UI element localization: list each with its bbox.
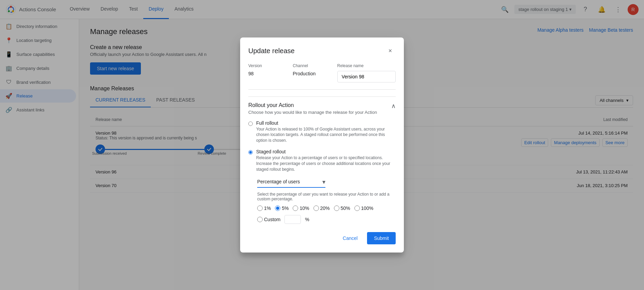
rollout-section-header: Rollout your Action Choose how you would… xyxy=(248,102,396,120)
rollout-section-desc: Choose how you would like to manage the … xyxy=(248,110,377,115)
custom-percentage-input[interactable] xyxy=(284,215,301,224)
pct-option-100[interactable]: 100% xyxy=(354,205,374,211)
version-col: Version 98 xyxy=(248,63,287,82)
percentage-options: 1% 5% 10% 20% xyxy=(257,205,396,224)
pct-radio-5[interactable] xyxy=(275,205,280,211)
channel-col: Channel Production xyxy=(293,63,332,82)
dialog-divider xyxy=(248,89,396,90)
release-name-label: Release name xyxy=(337,63,396,68)
pct-label-custom: Custom xyxy=(264,217,280,222)
dialog-header: Update release × xyxy=(248,46,396,57)
submit-button[interactable]: Submit xyxy=(367,232,396,244)
channel-label: Channel xyxy=(293,63,332,68)
pct-label-5: 5% xyxy=(282,205,289,211)
pct-radio-20[interactable] xyxy=(313,205,319,211)
rollout-section: Rollout your Action Choose how you would… xyxy=(248,96,396,224)
rollout-section-title: Rollout your Action xyxy=(248,102,377,108)
dialog-release-info: Version 98 Channel Production Release na… xyxy=(248,63,396,82)
percentage-helper-text: Select the percentage of user you want t… xyxy=(257,192,396,201)
cancel-button[interactable]: Cancel xyxy=(337,232,363,244)
version-label: Version xyxy=(248,63,287,68)
pct-radio-100[interactable] xyxy=(354,205,360,211)
staged-rollout-option: Staged rollout Release your Action to a … xyxy=(248,149,396,224)
staged-rollout-label[interactable]: Staged rollout xyxy=(256,149,286,154)
dialog-close-button[interactable]: × xyxy=(385,46,396,57)
collapse-rollout-button[interactable]: ∧ xyxy=(391,102,396,110)
full-rollout-label[interactable]: Full rollout xyxy=(256,120,278,126)
pct-label-100: 100% xyxy=(361,205,374,211)
pct-option-custom[interactable]: Custom xyxy=(257,217,280,222)
staged-rollout-desc: Release your Action to a percentage of u… xyxy=(256,155,396,172)
full-rollout-radio[interactable] xyxy=(248,121,253,126)
pct-option-1[interactable]: 1% xyxy=(257,205,271,211)
pct-label-10: 10% xyxy=(299,205,309,211)
pct-label-1: 1% xyxy=(264,205,271,211)
pct-option-10[interactable]: 10% xyxy=(293,205,309,211)
staged-rollout-options: Percentage of users Specific locations ▾… xyxy=(257,176,396,224)
release-name-col: Release name xyxy=(337,63,396,82)
rollout-type-select-wrapper: Percentage of users Specific locations ▾ xyxy=(257,176,325,188)
channel-value: Production xyxy=(293,71,332,76)
dialog-overlay: Update release × Version 98 Channel Prod… xyxy=(0,0,644,290)
dialog-footer: Cancel Submit xyxy=(248,232,396,244)
pct-option-5[interactable]: 5% xyxy=(275,205,289,211)
pct-label-20: 20% xyxy=(320,205,330,211)
dialog-title: Update release xyxy=(248,47,295,55)
version-value: 98 xyxy=(248,71,287,76)
update-release-dialog: Update release × Version 98 Channel Prod… xyxy=(240,37,404,253)
pct-radio-custom[interactable] xyxy=(257,217,263,222)
pct-option-50[interactable]: 50% xyxy=(334,205,350,211)
release-name-input[interactable] xyxy=(337,71,396,82)
pct-radio-10[interactable] xyxy=(293,205,298,211)
rollout-type-select[interactable]: Percentage of users Specific locations xyxy=(257,176,325,188)
percent-symbol: % xyxy=(305,217,309,222)
full-rollout-desc: Your Action is released to 100% of Googl… xyxy=(256,126,396,143)
pct-option-20[interactable]: 20% xyxy=(313,205,330,211)
full-rollout-option: Full rollout Your Action is released to … xyxy=(248,120,396,143)
staged-rollout-radio[interactable] xyxy=(248,150,253,155)
pct-radio-1[interactable] xyxy=(257,205,263,211)
pct-label-50: 50% xyxy=(341,205,350,211)
pct-radio-50[interactable] xyxy=(334,205,339,211)
